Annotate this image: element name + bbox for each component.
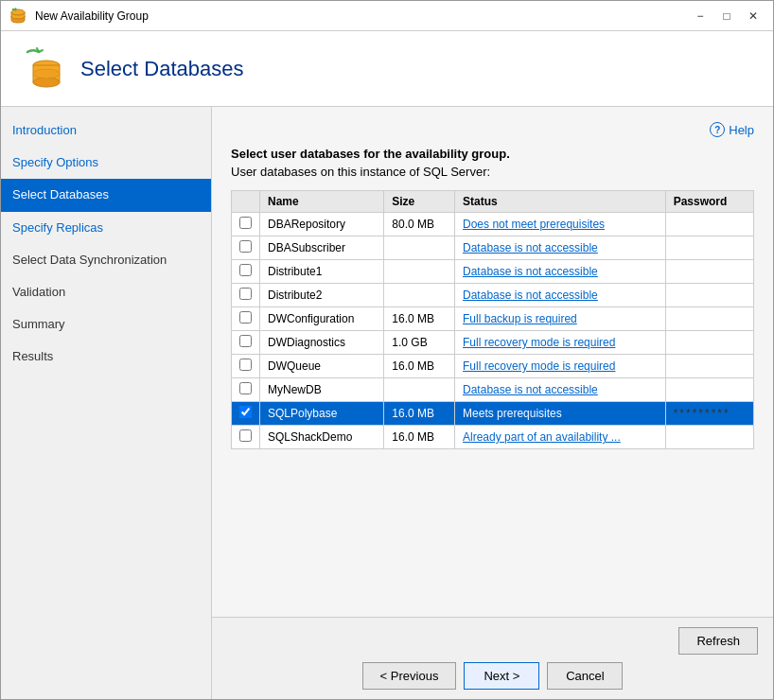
window-title: New Availability Group	[35, 9, 688, 23]
next-button[interactable]: Next >	[464, 662, 539, 690]
sidebar-item-select-databases[interactable]: Select Databases	[1, 179, 211, 211]
row-name: DWDiagnostics	[260, 331, 384, 355]
row-checkbox-cell	[232, 355, 260, 378]
row-checkbox[interactable]	[239, 382, 252, 394]
previous-button[interactable]: < Previous	[362, 662, 457, 690]
row-status[interactable]: Full recovery mode is required	[455, 331, 666, 355]
status-link[interactable]: Meets prerequisites	[463, 407, 562, 420]
row-size: 16.0 MB	[384, 426, 455, 449]
status-link[interactable]: Database is not accessible	[463, 265, 598, 278]
row-password	[665, 426, 753, 449]
table-row[interactable]: Distribute2Database is not accessible	[232, 284, 754, 307]
col-checkbox	[232, 191, 260, 213]
row-status[interactable]: Already part of an availability ...	[455, 426, 666, 449]
table-row[interactable]: DBARepository80.0 MBDoes not meet prereq…	[232, 213, 754, 236]
svg-point-4	[33, 69, 60, 79]
section-subtitle: User databases on this instance of SQL S…	[231, 165, 754, 179]
refresh-button[interactable]: Refresh	[678, 627, 758, 655]
row-checkbox[interactable]	[239, 429, 252, 442]
row-checkbox[interactable]	[239, 288, 252, 300]
row-size: 16.0 MB	[384, 355, 455, 378]
header-icon	[20, 46, 65, 92]
page-header: Select Databases	[1, 31, 773, 107]
row-checkbox-cell	[232, 378, 260, 402]
row-checkbox[interactable]	[239, 406, 252, 418]
row-status[interactable]: Meets prerequisites	[455, 402, 666, 426]
main-panel: ? Help Select user databases for the ava…	[212, 107, 773, 699]
table-row[interactable]: DWQueue16.0 MBFull recovery mode is requ…	[232, 355, 754, 378]
row-password	[665, 236, 753, 260]
sidebar-item-introduction[interactable]: Introduction	[1, 114, 211, 147]
window-controls: − □ ✕	[688, 6, 765, 26]
status-link[interactable]: Full backup is required	[463, 312, 577, 325]
table-row[interactable]: SQLShackDemo16.0 MBAlready part of an av…	[232, 426, 754, 449]
row-password	[665, 331, 753, 355]
row-size: 80.0 MB	[384, 213, 455, 236]
col-status: Status	[455, 191, 666, 213]
sidebar-item-specify-options[interactable]: Specify Options	[1, 147, 211, 179]
row-status[interactable]: Database is not accessible	[455, 236, 666, 260]
page-title: Select Databases	[80, 57, 243, 81]
help-link[interactable]: ? Help	[710, 122, 754, 137]
row-checkbox[interactable]	[239, 335, 252, 347]
row-name: SQLShackDemo	[260, 426, 384, 449]
row-name: DBARepository	[260, 213, 384, 236]
row-status[interactable]: Database is not accessible	[455, 284, 666, 307]
row-status[interactable]: Database is not accessible	[455, 378, 666, 402]
sidebar-item-results: Results	[1, 341, 211, 373]
cancel-button[interactable]: Cancel	[547, 662, 623, 690]
row-password	[665, 307, 753, 331]
minimize-button[interactable]: −	[688, 6, 712, 26]
row-checkbox[interactable]	[239, 264, 252, 276]
table-header-row: Name Size Status Password	[232, 191, 754, 213]
row-password	[665, 355, 753, 378]
row-status[interactable]: Full recovery mode is required	[455, 355, 666, 378]
status-link[interactable]: Database is not accessible	[463, 241, 598, 254]
row-name: Distribute2	[260, 284, 384, 307]
row-checkbox[interactable]	[239, 311, 252, 324]
table-row[interactable]: DWConfiguration16.0 MBFull backup is req…	[232, 307, 754, 331]
sidebar-item-summary: Summary	[1, 308, 211, 341]
table-row[interactable]: SQLPolybase16.0 MBMeets prerequisites***…	[232, 402, 754, 426]
row-name: Distribute1	[260, 260, 384, 284]
sidebar-item-select-data-sync: Select Data Synchronization	[1, 244, 211, 276]
row-password	[665, 378, 753, 402]
sidebar-item-specify-replicas[interactable]: Specify Replicas	[1, 212, 211, 244]
row-size: 1.0 GB	[384, 331, 455, 355]
row-password	[665, 260, 753, 284]
table-row[interactable]: Distribute1Database is not accessible	[232, 260, 754, 284]
sidebar: IntroductionSpecify OptionsSelect Databa…	[1, 107, 212, 699]
status-link[interactable]: Does not meet prerequisites	[463, 218, 605, 231]
row-size	[384, 378, 455, 402]
row-checkbox-cell	[232, 331, 260, 355]
databases-table: Name Size Status Password DBARepository8…	[231, 190, 754, 449]
status-link[interactable]: Database is not accessible	[463, 383, 598, 396]
help-label: Help	[729, 123, 754, 137]
row-status[interactable]: Database is not accessible	[455, 260, 666, 284]
table-row[interactable]: DWDiagnostics1.0 GBFull recovery mode is…	[232, 331, 754, 355]
status-link[interactable]: Full recovery mode is required	[463, 336, 615, 349]
status-link[interactable]: Full recovery mode is required	[463, 359, 615, 373]
row-size: 16.0 MB	[384, 307, 455, 331]
status-link[interactable]: Database is not accessible	[463, 289, 598, 302]
close-button[interactable]: ✕	[741, 6, 765, 26]
table-row[interactable]: DBASubscriberDatabase is not accessible	[232, 236, 754, 260]
maximize-button[interactable]: □	[714, 6, 739, 26]
sidebar-item-validation: Validation	[1, 276, 211, 308]
col-name: Name	[260, 191, 384, 213]
row-checkbox[interactable]	[239, 240, 252, 253]
col-size: Size	[384, 191, 455, 213]
row-checkbox-cell	[232, 260, 260, 284]
row-password	[665, 213, 753, 236]
table-row[interactable]: MyNewDBDatabase is not accessible	[232, 378, 754, 402]
help-icon: ?	[710, 122, 725, 137]
row-checkbox[interactable]	[239, 359, 252, 371]
col-password: Password	[665, 191, 753, 213]
row-status[interactable]: Full backup is required	[455, 307, 666, 331]
row-size	[384, 260, 455, 284]
row-checkbox[interactable]	[239, 217, 252, 229]
footer-actions: Refresh < Previous Next > Cancel	[212, 617, 773, 699]
app-icon	[9, 7, 27, 26]
row-status[interactable]: Does not meet prerequisites	[455, 213, 666, 236]
status-link[interactable]: Already part of an availability ...	[463, 430, 621, 444]
